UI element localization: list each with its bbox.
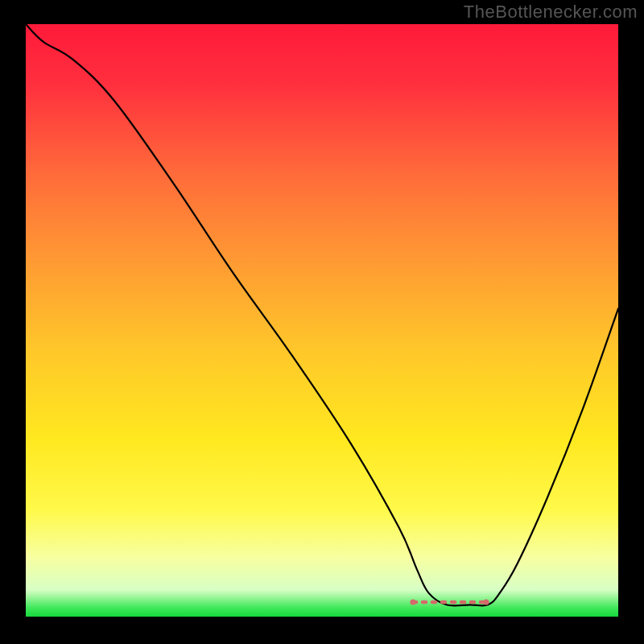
- svg-point-2: [483, 599, 489, 605]
- plot-area: [26, 24, 618, 617]
- watermark-text: TheBottlenecker.com: [464, 2, 638, 23]
- svg-point-1: [410, 599, 415, 605]
- chart-svg: [26, 24, 618, 617]
- chart-frame: TheBottlenecker.com: [0, 0, 644, 644]
- gradient-background: [26, 24, 618, 617]
